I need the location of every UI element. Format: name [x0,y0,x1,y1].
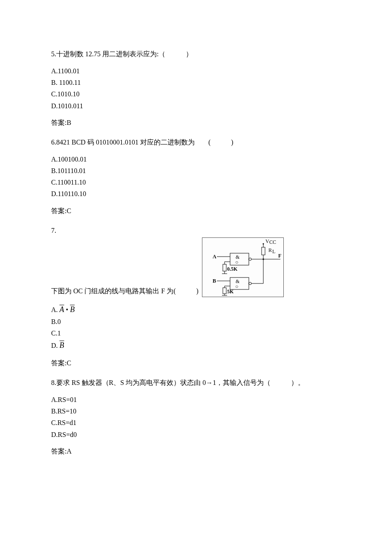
q8-option-c: C.RS=d1 [51,417,341,428]
q6-option-c: C.110011.10 [51,176,341,188]
q5-option-b: B. 1100.11 [51,77,341,88]
page: 5.十进制数 12.75 用二进制表示应为:（ ） A.1100.01 B. 1… [0,0,392,555]
question-8: 8.要求 RS 触发器（R、S 均为高电平有效）状态由 0→1，其输入信号为（ … [51,378,341,457]
q7-stem: 下图为 OC 门组成的线与电路其输出 F 为( ) [51,286,199,297]
q5-answer: 答案:B [51,118,341,128]
q7-option-a: A. A • B [51,303,341,316]
svg-rect-13 [223,264,226,271]
circuit-diagram: V CC R L F [202,237,284,297]
q7-d-prefix: D. [51,342,58,349]
q7-answer: 答案:C [51,358,341,368]
label-rl: R [268,247,272,253]
q6-option-d: D.110110.10 [51,188,341,199]
label-res2: 5K [227,289,234,295]
svg-point-1 [262,243,264,244]
label-cc: CC [269,239,276,245]
gate1-circle: ○ [235,259,238,265]
q5-option-c: C.1010.10 [51,88,341,100]
q7-a-bar1: A [60,305,64,314]
q5-option-a: A.1100.01 [51,65,341,77]
q8-answer: 答案:A [51,446,341,457]
label-f: F [278,253,281,259]
q6-stem: 6.8421 BCD 码 01010001.0101 对应的二进制数为 ( ) [51,137,341,147]
question-6: 6.8421 BCD 码 01010001.0101 对应的二进制数为 ( ) … [51,137,341,216]
q6-options: A.100100.01 B.101110.01 C.110011.10 D.11… [51,153,341,200]
q7-stem-row: 下图为 OC 门组成的线与电路其输出 F 为( ) V CC R L [51,237,341,297]
q6-option-a: A.100100.01 [51,153,341,165]
q7-option-d: D. B [51,339,341,352]
q6-answer: 答案:C [51,206,341,216]
q7-option-c: C.1 [51,327,341,339]
q7-a-prefix: A. [51,306,58,313]
svg-point-17 [249,282,251,285]
q5-stem: 5.十进制数 12.75 用二进制表示应为:（ ） [51,49,341,59]
q7-a-dot: • [66,306,69,313]
label-a: A [213,254,216,260]
svg-rect-22 [223,288,226,294]
circuit-svg: V CC R L F [202,238,283,297]
q5-option-d: D.1010.011 [51,100,341,112]
gate2-circle: ○ [235,283,238,289]
label-vcc: V [265,238,269,244]
q8-options: A.RS=01 B.RS=10 C.RS=d1 D.RS=d0 [51,394,341,440]
q7-options: A. A • B B.0 C.1 D. B [51,303,341,353]
svg-rect-2 [262,247,265,255]
q8-option-d: D.RS=d0 [51,429,341,440]
q7-option-b: B.0 [51,316,341,327]
q6-option-b: B.101110.01 [51,165,341,176]
q5-options: A.1100.01 B. 1100.11 C.1010.10 D.1010.01… [51,65,341,112]
q7-number: 7. [51,225,341,236]
q7-a-bar2: B [70,305,75,314]
q8-option-a: A.RS=01 [51,394,341,405]
question-7: 7. 下图为 OC 门组成的线与电路其输出 F 为( ) V CC R L [51,225,341,369]
q8-option-b: B.RS=10 [51,405,341,417]
q7-d-bar: B [60,341,64,350]
svg-point-8 [249,258,251,260]
label-res1: 0.5K [227,266,238,272]
label-rl-sub: L [272,249,275,254]
q8-stem: 8.要求 RS 触发器（R、S 均为高电平有效）状态由 0→1，其输入信号为（ … [51,378,341,388]
label-b: B [213,278,216,284]
question-5: 5.十进制数 12.75 用二进制表示应为:（ ） A.1100.01 B. 1… [51,49,341,128]
